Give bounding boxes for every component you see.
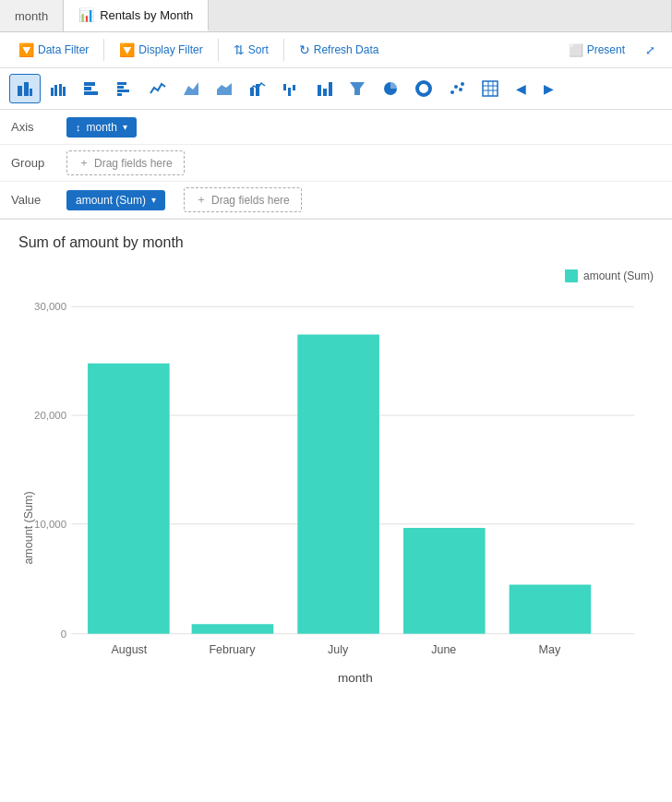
chart-type-line[interactable] (142, 74, 174, 103)
svg-marker-15 (217, 83, 232, 95)
toolbar: 🔽 Data Filter 🔽 Display Filter ⇅ Sort ↻ … (0, 32, 672, 68)
group-drag-target[interactable]: ＋ Drag fields here (66, 150, 185, 175)
label-february: February (209, 643, 256, 656)
chart-legend: amount (Sum) (565, 269, 654, 282)
present-label: Present (587, 43, 625, 56)
svg-rect-3 (51, 88, 54, 96)
data-filter-button[interactable]: 🔽 Data Filter (9, 38, 98, 62)
sort-button[interactable]: ⇅ Sort (224, 38, 278, 62)
value-plus-icon: ＋ (196, 192, 207, 208)
svg-rect-31 (483, 81, 498, 96)
chart-type-area-mountain[interactable] (175, 74, 207, 103)
chart-type-funnel[interactable] (342, 74, 373, 103)
svg-rect-6 (63, 87, 66, 96)
group-row: Group ＋ Drag fields here (0, 145, 672, 182)
svg-rect-23 (329, 82, 332, 96)
axis-tag[interactable]: ↕ month ▾ (66, 117, 137, 138)
axis-tag-label: month (87, 121, 117, 134)
chart-type-bar-horizontal-2[interactable] (109, 74, 140, 103)
svg-text:0: 0 (61, 628, 66, 640)
display-filter-label: Display Filter (138, 43, 202, 56)
svg-rect-4 (54, 85, 57, 96)
chart-type-bar-grouped[interactable] (42, 74, 74, 103)
svg-rect-13 (117, 93, 122, 96)
y-axis-label: amount (Sum) (22, 491, 35, 564)
value-drag-text: Drag fields here (211, 194, 290, 207)
chart-area: Sum of amount by month amount (Sum) amou… (0, 220, 672, 802)
axis-row: Axis ↕ month ▾ (0, 110, 672, 145)
svg-point-28 (454, 85, 458, 89)
bar-july[interactable] (297, 334, 379, 633)
chart-type-pie[interactable] (375, 74, 406, 103)
refresh-data-button[interactable]: ↻ Refresh Data (290, 38, 389, 62)
sort-label: Sort (248, 43, 269, 56)
chart-type-donut[interactable] (408, 74, 439, 103)
toolbar-sep-2 (218, 39, 219, 61)
tab-rentals-by-month[interactable]: 📊 Rentals by Month (64, 0, 209, 31)
chart-type-area[interactable] (209, 74, 240, 103)
svg-rect-2 (30, 89, 32, 96)
label-june: June (431, 643, 456, 656)
tab-month[interactable]: month (0, 0, 64, 31)
svg-marker-14 (184, 82, 198, 95)
tab-month-label: month (15, 9, 48, 23)
svg-rect-18 (283, 84, 286, 90)
svg-rect-20 (293, 85, 295, 90)
svg-text:20,000: 20,000 (34, 410, 66, 421)
svg-point-30 (461, 82, 464, 86)
svg-rect-5 (59, 84, 62, 96)
toolbar-sep-3 (283, 39, 284, 61)
label-may: May (539, 643, 561, 656)
sort-icon: ⇅ (234, 42, 245, 57)
refresh-icon: ↻ (299, 42, 310, 57)
chart-type-combo[interactable] (242, 74, 273, 103)
svg-rect-7 (84, 82, 95, 86)
svg-point-27 (450, 90, 454, 94)
expand-icon: ⤢ (645, 43, 655, 57)
axis-label: Axis (11, 120, 57, 134)
chart-title: Sum of amount by month (18, 234, 654, 251)
bar-may[interactable] (510, 585, 592, 634)
value-tag[interactable]: amount (Sum) ▾ (66, 190, 165, 210)
display-filter-button[interactable]: 🔽 Display Filter (110, 38, 211, 62)
display-filter-icon: 🔽 (119, 42, 135, 57)
svg-rect-8 (84, 87, 91, 90)
chart-nav-prev[interactable]: ◀ (508, 74, 534, 103)
chart-type-waterfall[interactable] (275, 74, 306, 103)
legend-label: amount (Sum) (583, 269, 654, 282)
svg-rect-11 (117, 86, 124, 89)
expand-button[interactable]: ⤢ (638, 39, 663, 62)
value-row: Value amount (Sum) ▾ ＋ Drag fields here (0, 182, 672, 219)
chart-type-bar-horizontal[interactable] (76, 74, 107, 103)
axis-sort-icon: ↕ (76, 122, 81, 133)
group-label: Group (11, 156, 57, 170)
chart-type-bar-small[interactable] (308, 74, 340, 103)
chart-nav-next[interactable]: ▶ (535, 74, 561, 103)
present-icon: ⬜ (569, 43, 583, 57)
chart-icons-row: ◀ ▶ (0, 68, 672, 110)
svg-rect-0 (18, 86, 22, 96)
chart-svg: amount (Sum) 30,000 20,000 10,000 0 Augu… (18, 269, 654, 786)
svg-rect-21 (318, 85, 321, 96)
svg-rect-10 (117, 82, 126, 85)
chart-type-grid-table[interactable] (474, 74, 506, 103)
group-plus-icon: ＋ (78, 155, 90, 171)
x-axis-label: month (338, 671, 373, 685)
bar-february[interactable] (192, 624, 274, 633)
value-label: Value (11, 193, 57, 207)
label-august: August (111, 643, 147, 656)
chart-icon-small: 📊 (78, 7, 94, 22)
value-drag-target[interactable]: ＋ Drag fields here (184, 187, 302, 212)
bar-june[interactable] (403, 528, 486, 634)
svg-rect-1 (24, 82, 29, 96)
svg-rect-12 (117, 90, 129, 92)
data-filter-label: Data Filter (38, 43, 89, 56)
tab-bar: month 📊 Rentals by Month (0, 0, 672, 32)
bar-august[interactable] (88, 364, 170, 634)
present-button[interactable]: ⬜ Present (559, 39, 634, 62)
chart-type-bar-vertical[interactable] (9, 74, 41, 103)
svg-point-26 (417, 82, 430, 95)
toolbar-right: ⬜ Present ⤢ (559, 39, 663, 62)
group-drag-text: Drag fields here (94, 157, 173, 170)
chart-type-scatter[interactable] (441, 74, 473, 103)
